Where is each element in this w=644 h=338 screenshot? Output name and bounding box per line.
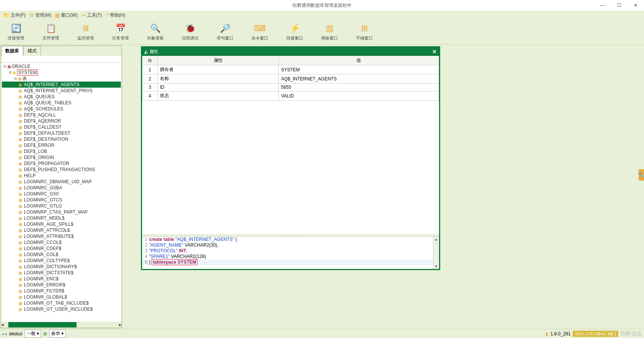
tree-row[interactable]: ▦LOGMNR_COLTYPE$ [2, 258, 121, 264]
property-row[interactable]: 1拥有者SYSTEM [142, 65, 439, 74]
tool-icon: 🔍 [150, 23, 161, 34]
tree-row[interactable]: ▦LOGMNR_GT_USER_INCLUDE$ [2, 306, 121, 312]
tool-6[interactable]: 🔎语句窗口 [217, 23, 233, 41]
tree-row[interactable]: ▦DEF$_ERROR [2, 142, 121, 148]
menu-label: 工具(T) [87, 12, 102, 19]
tree-row[interactable]: ▦DEF$_DEFAULTDEST [2, 130, 121, 136]
side-panel-handle[interactable]: 🔧 [639, 169, 644, 181]
tree-row[interactable]: ▦LOGMNR_ATTRIBUTE$ [2, 233, 121, 239]
col-value[interactable]: 值 [279, 56, 439, 65]
tool-label: 监控管理 [77, 35, 94, 41]
tree-row[interactable]: ▦LOGMNRC_GSII [2, 191, 121, 197]
tree-row[interactable]: ▦DEF$_DESTINATION [2, 136, 121, 142]
menu-4[interactable]: ?帮助(H) [106, 12, 125, 19]
tree-row[interactable]: ▦HELP [2, 173, 121, 179]
status-level-select[interactable]: 一般 ▾ [25, 330, 41, 338]
tab-schema[interactable]: 模式 [23, 46, 41, 56]
tree-horizontal-scrollbar[interactable]: ◀ ▶ [1, 322, 122, 328]
maximize-button[interactable]: ☐ [611, 0, 627, 11]
properties-close-button[interactable]: ✕ [432, 49, 437, 55]
menu-icon: ✂ [81, 12, 86, 18]
tool-9[interactable]: ▥模板窗口 [321, 23, 338, 41]
object-tree[interactable]: ⊟▣ORACLE⊟◉ SYSTEM ⊟▦表▦AQ$_INTERNET_AGENT… [1, 63, 122, 322]
tree-row[interactable]: ▦LOGMNRC_GTLO [2, 203, 121, 209]
tab-database[interactable]: 数据库 [1, 46, 23, 56]
menu-icon: ▦ [55, 12, 60, 18]
tree-row[interactable]: ▦AQ$_INTERNET_AGENTS [2, 82, 121, 88]
menu-3[interactable]: ✂工具(T) [81, 12, 102, 19]
tool-10[interactable]: ⊞平铺窗口 [356, 23, 373, 41]
col-n[interactable]: N [142, 56, 158, 65]
tool-4[interactable]: 🔍对象搜索 [147, 23, 164, 41]
tree-row[interactable]: ▦LOGMNR_ATTRCOL$ [2, 227, 121, 233]
menu-0[interactable]: 📁文件(F) [3, 12, 25, 19]
tree-row[interactable]: ▦LOGMNR_COL$ [2, 252, 121, 258]
tool-0[interactable]: 🔄连接管理 [8, 23, 24, 41]
tree-row[interactable]: ⊟◉ SYSTEM [2, 69, 121, 75]
tree-filter[interactable] [1, 56, 122, 63]
menu-label: 管理(M) [35, 12, 51, 19]
minimize-button[interactable]: — [594, 0, 611, 11]
sql-preview[interactable]: 1create table "AQ$_INTERNET_AGENTS" ( 2"… [142, 236, 439, 269]
tree-row[interactable]: ▦LOGMNR_DICTSTATE$ [2, 270, 121, 276]
tree-row[interactable]: ▦LOGMNR_GLOBAL$ [2, 294, 121, 300]
battery-icon: ▮ [546, 331, 548, 336]
tool-3[interactable]: 📅任务管理 [112, 23, 129, 41]
tree-row[interactable]: ▦LOGMNRC_DBNAME_UID_MAP [2, 179, 121, 185]
tree-row[interactable]: ▦LOGMNR_ERROR$ [2, 282, 121, 288]
tree-row[interactable]: ▦LOGMNRT_MDDL$ [2, 215, 121, 221]
tool-2[interactable]: 🖥监控管理 [77, 23, 94, 41]
col-key[interactable]: 属性 [158, 56, 279, 65]
leaf-icon: ✿ [43, 331, 47, 336]
tree-row[interactable]: ▦AQ$_INTERNET_AGENT_PRIVS [2, 88, 121, 94]
tree-row[interactable]: ▦LOGMNR_DICTIONARY$ [2, 264, 121, 270]
properties-title-bar[interactable]: ◭ 属性 ✕ [142, 47, 439, 56]
tree-row[interactable]: ▦AQ$_SCHEDULES [2, 106, 121, 112]
tree-row[interactable]: ▦AQ$_QUEUES [2, 94, 121, 100]
tree-row[interactable]: ⊟▦表 [2, 75, 121, 82]
tree-row[interactable]: ▦LOGMNR_AGE_SPILL$ [2, 221, 121, 227]
tree-row[interactable]: ▦LOGMNR_GT_TAB_INCLUDE$ [2, 300, 121, 306]
scrollbar-thumb[interactable] [8, 322, 77, 327]
tool-icon: ⊞ [361, 23, 368, 34]
status-theme-select[interactable]: 春华 ▾ [49, 330, 66, 338]
title-bar: 恒辉通用数据库管理桌面软件 — ☐ ✕ [0, 0, 644, 11]
tool-icon: ▥ [326, 23, 334, 34]
close-button[interactable]: ✕ [627, 0, 644, 11]
tree-row[interactable]: ▦DEF$_AQERROR [2, 118, 121, 124]
tree-row[interactable]: ▦DEF$_ORIGIN [2, 154, 121, 160]
tool-5[interactable]: 🐞过程调试 [182, 23, 199, 41]
tool-label: 文件管理 [42, 35, 59, 41]
menu-1[interactable]: ⚙管理(M) [29, 12, 51, 19]
tree-row[interactable]: ▦LOGMNR_FILTER$ [2, 288, 121, 294]
menu-label: 窗口(W) [61, 12, 77, 19]
property-row[interactable]: 3ID5655 [142, 83, 439, 91]
tree-row[interactable]: ▦DEF$_CALLDEST [2, 124, 121, 130]
tree-row[interactable]: ▦DEF$_PROPAGATOR [2, 160, 121, 167]
tree-row[interactable]: ▦LOGMNR_CDEF$ [2, 245, 121, 252]
tool-label: 模板窗口 [321, 35, 338, 41]
tree-row[interactable]: ▦LOGMNR_CCOL$ [2, 239, 121, 245]
property-row[interactable]: 4状态VALID [142, 91, 439, 101]
tree-row[interactable]: ▦LOGMNRP_CTAS_PART_MAP [2, 209, 121, 215]
property-row[interactable]: 2名称AQ$_INTERNET_AGENTS [142, 74, 439, 83]
tree-row[interactable]: ▦DEF$_LOB [2, 148, 121, 154]
status-bar: ▸◂ deskui 一般 ▾ ✿ 春华 ▾ ▮ 1.8.0_281 61%--[… [0, 329, 644, 338]
menu-icon: ⚙ [29, 12, 34, 18]
tree-row[interactable]: ⊟▣ORACLE [2, 63, 121, 69]
tool-label: 过程调试 [182, 35, 199, 41]
tree-row[interactable]: ▦LOGMNR_ENC$ [2, 276, 121, 282]
tool-label: 对象搜索 [147, 35, 164, 41]
tool-1[interactable]: 📋文件管理 [42, 23, 59, 41]
tool-8[interactable]: ⚡快捷窗口 [286, 23, 303, 41]
tree-row[interactable]: ▦LOGMNRC_GTCS [2, 197, 121, 203]
vertical-splitter[interactable]: ⋮ [123, 45, 126, 329]
tree-row[interactable]: ▦DEF$_PUSHED_TRANSACTIONS [2, 167, 121, 173]
tree-row[interactable]: ▦AQ$_QUEUE_TABLES [2, 100, 121, 106]
menu-2[interactable]: ▦窗口(W) [55, 12, 77, 19]
sql-scrollbar[interactable]: ▲▼ [433, 237, 439, 269]
tree-row[interactable]: ▦DEF$_AQCALL [2, 112, 121, 118]
properties-grid[interactable]: N 属性 值 1拥有者SYSTEM2名称AQ$_INTERNET_AGENTS3… [142, 56, 439, 234]
tree-row[interactable]: ▦LOGMNRC_GSBA [2, 185, 121, 191]
tool-7[interactable]: ⌨命令窗口 [252, 23, 268, 41]
